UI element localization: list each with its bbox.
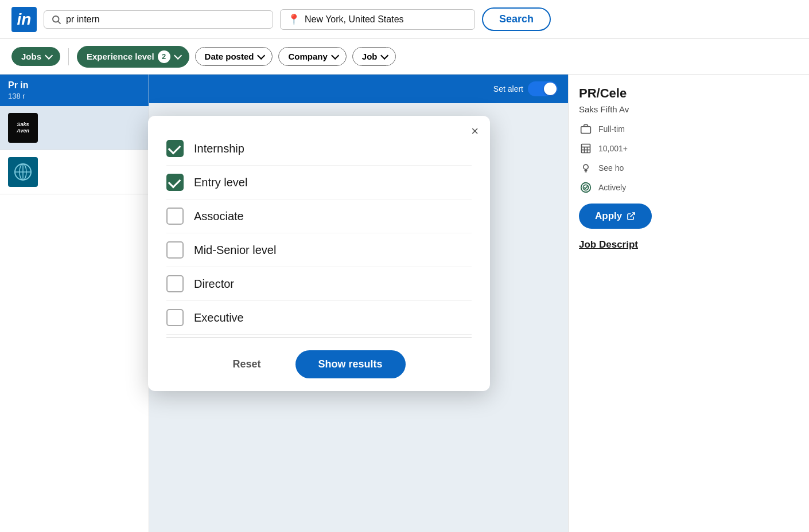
reset-button[interactable]: Reset xyxy=(232,358,260,370)
option-row-internship[interactable]: Internship xyxy=(166,132,472,166)
close-dropdown-button[interactable]: × xyxy=(471,125,479,138)
filter-bar: Jobs Experience level 2 Date posted Comp… xyxy=(0,39,809,75)
search-button[interactable]: Search xyxy=(482,7,551,31)
experience-filter-label: Experience level xyxy=(87,52,154,61)
list-item[interactable]: SaksAven xyxy=(0,106,149,150)
location-pin-icon: 📍 xyxy=(287,13,300,26)
mid-senior-checkbox[interactable] xyxy=(166,241,184,259)
option-row-executive[interactable]: Executive xyxy=(166,301,472,335)
experience-level-dropdown: × Internship Entry level Associate Mid-S… xyxy=(148,116,490,391)
set-alert-area: Set alert xyxy=(493,81,558,96)
fulltime-text: Full-tim xyxy=(598,124,625,134)
middle-panel-header: Set alert xyxy=(149,75,568,103)
right-panel: PR/Cele Saks Fifth Av Full-tim xyxy=(568,75,809,532)
left-panel: Pr in 138 r SaksAven xyxy=(0,75,149,532)
option-row-entry-level[interactable]: Entry level xyxy=(166,166,472,200)
set-alert-label: Set alert xyxy=(493,84,523,93)
company-filter-button[interactable]: Company xyxy=(278,47,346,66)
target-icon xyxy=(579,181,593,194)
search-results-title: Pr in xyxy=(8,80,141,91)
svg-line-1 xyxy=(58,21,60,24)
company-filter-label: Company xyxy=(288,52,327,61)
company-size-text: 10,001+ xyxy=(598,144,628,153)
jobs-filter-button[interactable]: Jobs xyxy=(11,47,60,66)
job-type-label: Job xyxy=(362,52,378,61)
jobs-filter-label: Jobs xyxy=(21,52,41,61)
svg-rect-7 xyxy=(582,144,590,153)
option-row-director[interactable]: Director xyxy=(166,267,472,301)
job-detail-fulltime: Full-tim xyxy=(579,122,799,136)
briefcase-icon xyxy=(579,122,593,136)
svg-point-12 xyxy=(584,165,588,169)
filter-divider xyxy=(68,48,69,65)
insight-text: See ho xyxy=(598,163,624,173)
internship-checkbox[interactable] xyxy=(166,140,184,157)
associate-checkbox[interactable] xyxy=(166,208,184,225)
company-chevron xyxy=(331,52,337,61)
job-detail-insight: See ho xyxy=(579,161,799,175)
experience-chevron xyxy=(174,52,180,61)
header: in 📍 Search xyxy=(0,0,809,39)
dropdown-footer: Reset Show results xyxy=(166,337,472,391)
entry-level-label: Entry level xyxy=(194,176,247,189)
location-input[interactable] xyxy=(305,14,468,25)
job-detail-actively: Actively xyxy=(579,181,799,194)
option-row-associate[interactable]: Associate xyxy=(166,200,472,233)
show-results-button[interactable]: Show results xyxy=(295,350,406,378)
job-search-input[interactable] xyxy=(66,14,266,25)
svg-point-0 xyxy=(53,16,59,22)
linkedin-logo: in xyxy=(11,7,37,32)
company-name: Saks Fifth Av xyxy=(579,104,799,114)
toggle-knob xyxy=(544,83,557,95)
building-icon xyxy=(579,142,593,155)
date-posted-chevron xyxy=(257,52,263,61)
experience-filter-badge: 2 xyxy=(158,50,170,63)
job-type-chevron xyxy=(380,52,386,61)
mid-senior-label: Mid-Senior level xyxy=(194,244,276,257)
company-logo-saks: SaksAven xyxy=(8,113,38,143)
job-description-link[interactable]: Job Descript xyxy=(579,239,799,251)
globe-icon xyxy=(13,162,33,182)
associate-label: Associate xyxy=(194,210,244,223)
results-count: 138 r xyxy=(8,92,141,100)
saks-logo-text: SaksAven xyxy=(14,119,32,136)
experience-level-filter-button[interactable]: Experience level 2 xyxy=(77,46,189,68)
director-label: Director xyxy=(194,277,234,291)
entry-level-checkbox[interactable] xyxy=(166,174,184,191)
logo-text: in xyxy=(17,11,32,28)
set-alert-toggle[interactable] xyxy=(528,81,558,96)
option-row-mid-senior[interactable]: Mid-Senior level xyxy=(166,233,472,267)
search-icon xyxy=(51,14,61,25)
location-bar: 📍 xyxy=(280,9,475,30)
svg-line-15 xyxy=(631,213,635,217)
actively-text: Actively xyxy=(598,183,626,192)
job-detail-size: 10,001+ xyxy=(579,142,799,155)
director-checkbox[interactable] xyxy=(166,275,184,292)
left-panel-header: Pr in 138 r xyxy=(0,75,149,106)
company-logo-global xyxy=(8,157,38,187)
executive-label: Executive xyxy=(194,311,244,324)
lightbulb-icon xyxy=(579,161,593,175)
apply-button[interactable]: Apply xyxy=(579,204,652,229)
job-type-filter-button[interactable]: Job xyxy=(352,47,396,66)
list-item[interactable] xyxy=(0,150,149,194)
main-content: Pr in 138 r SaksAven xyxy=(0,75,809,532)
job-search-bar xyxy=(44,10,273,29)
svg-rect-6 xyxy=(581,127,591,134)
executive-checkbox[interactable] xyxy=(166,309,184,326)
internship-label: Internship xyxy=(194,142,244,155)
date-posted-label: Date posted xyxy=(205,52,254,61)
date-posted-filter-button[interactable]: Date posted xyxy=(195,47,273,66)
jobs-filter-chevron xyxy=(45,52,50,61)
apply-label: Apply xyxy=(595,210,622,222)
external-link-icon xyxy=(627,212,636,221)
job-title: PR/Cele xyxy=(579,86,799,101)
